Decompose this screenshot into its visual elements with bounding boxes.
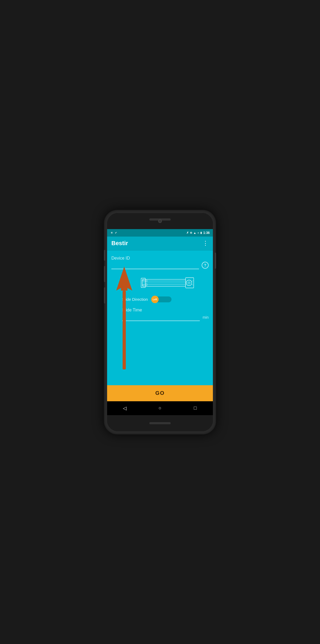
front-camera bbox=[158, 219, 162, 223]
slide-direction-row: Slide Direction Left bbox=[122, 296, 209, 302]
battery-icon: ▮ bbox=[200, 231, 202, 234]
bottom-bezel bbox=[107, 415, 213, 431]
slide-time-row: Slide Time min bbox=[122, 308, 209, 321]
home-button[interactable]: ○ bbox=[155, 403, 165, 414]
svg-rect-2 bbox=[142, 279, 186, 286]
slide-time-input[interactable] bbox=[122, 314, 200, 321]
phone-device: ☀ ✔ ✗ ⊖ ▲ ■ ▮ 1:36 Bestir ⋮ bbox=[104, 210, 216, 434]
svg-point-13 bbox=[189, 282, 190, 283]
overflow-menu-button[interactable]: ⋮ bbox=[202, 240, 209, 247]
go-button[interactable]: GO bbox=[107, 385, 213, 401]
volume-down-button[interactable] bbox=[104, 266, 105, 282]
slide-direction-label: Slide Direction bbox=[122, 297, 148, 302]
app-title: Bestir bbox=[111, 240, 128, 247]
slide-time-unit: min bbox=[202, 315, 209, 319]
recents-button[interactable]: □ bbox=[190, 403, 201, 414]
volume-up-button[interactable] bbox=[104, 250, 105, 261]
bluetooth-icon: ✗ bbox=[186, 231, 189, 234]
go-button-label: GO bbox=[155, 390, 165, 396]
top-bezel bbox=[107, 213, 213, 229]
phone-screen: ☀ ✔ ✗ ⊖ ▲ ■ ▮ 1:36 Bestir ⋮ bbox=[107, 213, 213, 431]
status-left-icons: ☀ ✔ bbox=[110, 231, 117, 235]
device-id-field: Device ID bbox=[111, 256, 199, 269]
silent-button[interactable] bbox=[104, 287, 105, 303]
status-bar: ☀ ✔ ✗ ⊖ ▲ ■ ▮ 1:36 bbox=[107, 229, 213, 237]
screen: ☀ ✔ ✗ ⊖ ▲ ■ ▮ 1:36 Bestir ⋮ bbox=[107, 229, 213, 415]
help-icon-button[interactable]: ? bbox=[202, 262, 209, 269]
minus-circle-icon: ⊖ bbox=[190, 231, 192, 234]
bottom-speaker-grille bbox=[149, 422, 171, 424]
wifi-icon: ▲ bbox=[193, 231, 196, 234]
slide-mechanism-diagram bbox=[139, 273, 197, 292]
slide-time-field: Slide Time bbox=[122, 308, 200, 321]
slide-diagram bbox=[127, 273, 209, 292]
device-id-label: Device ID bbox=[111, 256, 199, 261]
brightness-icon: ☀ bbox=[110, 231, 113, 235]
signal-icon: ■ bbox=[198, 232, 199, 234]
main-content: Device ID ? bbox=[107, 250, 213, 385]
device-id-row: Device ID ? bbox=[111, 256, 209, 269]
slide-direction-toggle[interactable]: Left bbox=[152, 296, 171, 302]
bottom-navigation: ◁ ○ □ bbox=[107, 401, 213, 415]
svg-rect-0 bbox=[123, 291, 126, 369]
time-display: 1:36 bbox=[203, 231, 210, 235]
toggle-value: Left bbox=[153, 298, 157, 301]
svg-rect-10 bbox=[186, 277, 194, 288]
svg-line-14 bbox=[192, 280, 193, 281]
device-id-input[interactable] bbox=[111, 262, 199, 269]
app-toolbar: Bestir ⋮ bbox=[107, 237, 213, 250]
svg-line-15 bbox=[192, 284, 193, 285]
slide-time-label: Slide Time bbox=[122, 308, 200, 313]
power-button[interactable] bbox=[215, 253, 216, 269]
toggle-knob: Left bbox=[151, 296, 159, 303]
svg-rect-7 bbox=[141, 278, 145, 287]
status-right-icons: ✗ ⊖ ▲ ■ ▮ 1:36 bbox=[186, 231, 210, 235]
notification-icon: ✔ bbox=[115, 231, 117, 234]
back-button[interactable]: ◁ bbox=[119, 403, 130, 414]
